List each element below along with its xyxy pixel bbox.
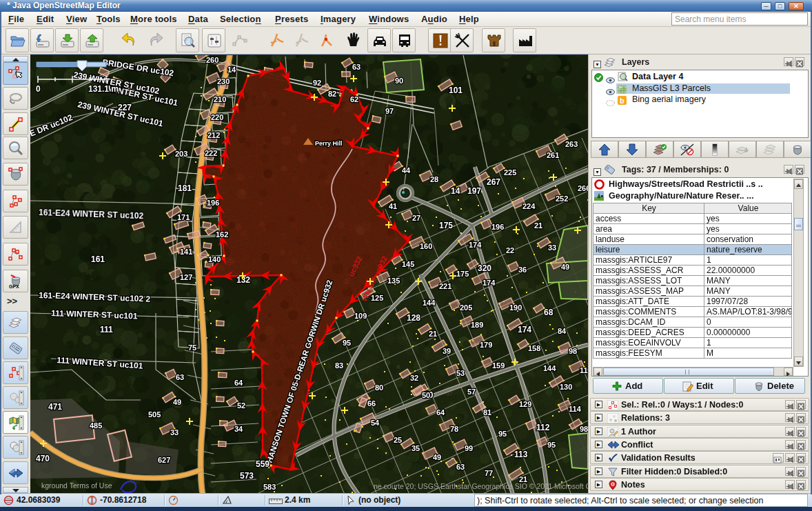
svg-text:33: 33 (548, 243, 556, 252)
svg-text:64: 64 (234, 379, 243, 387)
svg-text:49: 49 (433, 453, 441, 461)
svg-text:261: 261 (547, 151, 559, 159)
svg-text:98: 98 (580, 425, 588, 433)
svg-text:162: 162 (216, 230, 228, 239)
svg-text:21: 21 (534, 221, 542, 230)
svg-text:84: 84 (558, 327, 567, 335)
svg-text:230: 230 (217, 77, 230, 86)
svg-text:75: 75 (188, 343, 196, 352)
svg-text:197: 197 (467, 186, 481, 196)
svg-text:62: 62 (350, 95, 358, 103)
svg-text:95: 95 (498, 430, 507, 438)
svg-text:583: 583 (263, 483, 276, 491)
svg-text:175: 175 (456, 270, 469, 278)
svg-text:175: 175 (439, 221, 453, 230)
svg-text:212: 212 (207, 131, 220, 139)
svg-text:98: 98 (569, 347, 577, 355)
svg-text:222: 222 (205, 149, 217, 157)
svg-text:260: 260 (206, 56, 219, 64)
svg-text:181: 181 (178, 183, 192, 193)
svg-text:14: 14 (451, 186, 460, 196)
svg-text:36: 36 (518, 265, 527, 274)
svg-text:267: 267 (487, 177, 500, 187)
svg-text:145: 145 (402, 260, 414, 268)
svg-text:221: 221 (439, 282, 451, 290)
svg-text:141: 141 (180, 248, 192, 256)
svg-text:130: 130 (560, 383, 572, 391)
svg-text:81: 81 (483, 408, 491, 417)
svg-text:227: 227 (118, 103, 132, 112)
svg-text:33: 33 (170, 428, 179, 437)
svg-text:kground Terms of Use: kground Terms of Use (41, 481, 112, 490)
svg-text:ne courte 20; USGS Earthstar G: ne courte 20; USGS Earthstar Geographics… (374, 482, 588, 490)
svg-text:132: 132 (236, 275, 250, 285)
svg-text:66: 66 (367, 399, 376, 408)
svg-text:573: 573 (240, 471, 254, 481)
svg-text:252: 252 (556, 194, 568, 203)
svg-text:52: 52 (237, 401, 245, 410)
svg-text:14: 14 (227, 66, 236, 74)
svg-text:97: 97 (385, 107, 394, 115)
svg-text:63: 63 (352, 63, 361, 71)
svg-text:25: 25 (394, 436, 402, 444)
svg-text:54: 54 (371, 419, 380, 427)
svg-text:64: 64 (436, 408, 445, 417)
svg-text:39: 39 (443, 347, 451, 355)
svg-text:171: 171 (177, 213, 190, 221)
svg-text:158: 158 (528, 344, 540, 352)
svg-text:205: 205 (460, 303, 472, 312)
svg-text:114: 114 (569, 405, 582, 413)
svg-text:11: 11 (580, 366, 588, 374)
svg-text:68: 68 (544, 308, 554, 317)
svg-text:225: 225 (504, 168, 516, 177)
svg-text:128: 128 (407, 313, 420, 323)
svg-text:471: 471 (48, 402, 62, 412)
svg-text:559: 559 (256, 459, 270, 469)
svg-text:140: 140 (208, 255, 221, 263)
svg-text:83: 83 (335, 361, 343, 370)
svg-text:189: 189 (471, 321, 483, 329)
svg-text:470: 470 (36, 454, 50, 463)
svg-text:95: 95 (547, 441, 556, 449)
svg-text:63: 63 (456, 463, 465, 471)
svg-text:28: 28 (430, 175, 438, 183)
svg-text:627: 627 (158, 456, 170, 464)
svg-text:35: 35 (412, 444, 420, 452)
svg-text:174: 174 (483, 279, 496, 287)
svg-text:203: 203 (175, 150, 187, 158)
svg-text:160: 160 (420, 242, 432, 250)
svg-text:266: 266 (578, 184, 588, 192)
svg-text:82: 82 (328, 90, 336, 98)
svg-text:196: 196 (207, 199, 219, 207)
svg-text:32: 32 (410, 374, 418, 382)
svg-text:63: 63 (176, 373, 184, 381)
svg-text:210: 210 (214, 95, 226, 103)
svg-text:90: 90 (395, 77, 403, 85)
svg-text:50: 50 (422, 391, 430, 399)
svg-text:127: 127 (180, 273, 192, 281)
svg-text:95: 95 (343, 339, 351, 347)
svg-text:101: 101 (449, 86, 463, 95)
svg-text:57: 57 (467, 388, 476, 396)
svg-text:263: 263 (565, 140, 578, 148)
svg-text:320: 320 (478, 263, 491, 273)
svg-text:41: 41 (389, 202, 397, 210)
svg-text:Perry Hill: Perry Hill (315, 140, 343, 147)
svg-text:144: 144 (543, 364, 556, 372)
svg-text:GPX: GPX (9, 284, 19, 289)
svg-text:174: 174 (518, 325, 531, 334)
svg-text:27: 27 (412, 214, 420, 222)
svg-text:220: 220 (211, 113, 223, 121)
svg-text:0: 0 (36, 84, 41, 94)
svg-text:485: 485 (90, 421, 102, 430)
svg-text:144: 144 (423, 299, 436, 307)
svg-text:99: 99 (465, 444, 473, 452)
svg-text:159: 159 (492, 361, 505, 370)
svg-text:112: 112 (536, 423, 550, 432)
svg-text:179: 179 (480, 341, 492, 349)
svg-text:109: 109 (354, 312, 367, 320)
svg-text:505: 505 (148, 410, 161, 419)
svg-text:161: 161 (91, 254, 105, 264)
svg-text:92: 92 (313, 79, 321, 87)
svg-text:111: 111 (100, 325, 113, 334)
